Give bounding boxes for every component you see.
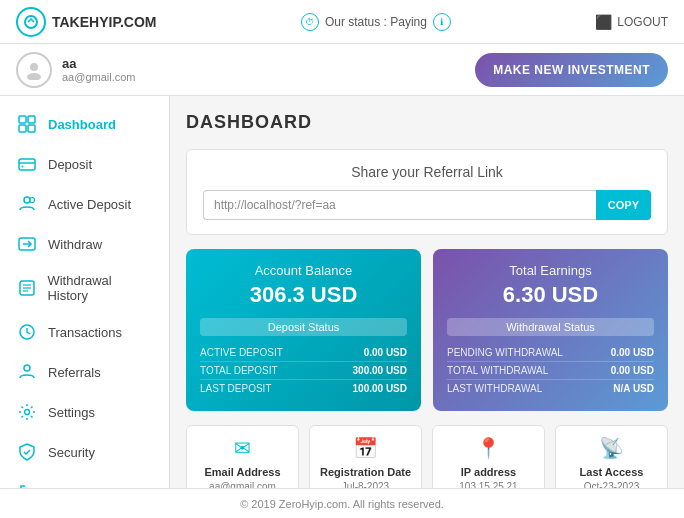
svg-rect-5 <box>19 125 26 132</box>
registration-label: Registration Date <box>318 466 413 478</box>
referral-input-row: COPY <box>203 190 651 220</box>
registration-card: 📅 Registration Date Jul-8-2023 <box>309 425 422 488</box>
calendar-icon: 📅 <box>318 436 413 460</box>
settings-icon <box>16 401 38 423</box>
stats-row: Account Balance 306.3 USD Deposit Status… <box>186 249 668 411</box>
last-access-label: Last Access <box>564 466 659 478</box>
user-name: aa <box>62 56 136 71</box>
pending-withdrawal-value: 0.00 USD <box>611 347 654 358</box>
user-info: aa aa@gmail.com <box>16 52 136 88</box>
logo-text: TAKEHYIP.COM <box>52 14 157 30</box>
withdrawal-history-icon <box>16 277 37 299</box>
last-access-value: Oct-23-2023 01:22:15 PM <box>564 481 659 488</box>
withdrawal-status-label: Withdrawal Status <box>447 318 654 336</box>
pending-withdrawal-label: PENDING WITHDRAWAL <box>447 347 563 358</box>
last-withdrawal-label: LAST WITHDRAWAL <box>447 383 542 394</box>
active-deposit-label: ACTIVE DEPOSIT <box>200 347 283 358</box>
svg-point-1 <box>30 63 38 71</box>
svg-point-2 <box>27 73 41 80</box>
svg-rect-3 <box>19 116 26 123</box>
main-content: DASHBOARD Share your Referral Link COPY … <box>170 96 684 488</box>
sidebar: Dashboard Deposit Active Deposit Withdra… <box>0 96 170 488</box>
svg-rect-4 <box>28 116 35 123</box>
total-withdrawal-row: TOTAL WITHDRAWAL 0.00 USD <box>447 362 654 380</box>
email-icon: ✉ <box>195 436 290 460</box>
sidebar-item-security[interactable]: Security <box>0 432 169 472</box>
clock-icon: ⏱ <box>301 13 319 31</box>
avatar <box>16 52 52 88</box>
active-deposit-icon <box>16 193 38 215</box>
deposit-icon <box>16 153 38 175</box>
referral-box: Share your Referral Link COPY <box>186 149 668 235</box>
sidebar-item-deposit[interactable]: Deposit <box>0 144 169 184</box>
sidebar-label-withdraw: Withdraw <box>48 237 102 252</box>
account-balance-card: Account Balance 306.3 USD Deposit Status… <box>186 249 421 411</box>
total-deposit-label: TOTAL DEPOSIT <box>200 365 278 376</box>
security-icon <box>16 441 38 463</box>
sidebar-item-withdrawal-history[interactable]: Withdrawal History <box>0 264 169 312</box>
sidebar-label-withdrawal-history: Withdrawal History <box>47 273 153 303</box>
copy-button[interactable]: COPY <box>596 190 651 220</box>
svg-point-20 <box>25 410 30 415</box>
sidebar-item-active-deposit[interactable]: Active Deposit <box>0 184 169 224</box>
svg-rect-7 <box>19 159 35 170</box>
logo-icon <box>16 7 46 37</box>
dashboard-icon <box>16 113 38 135</box>
status-bar: ⏱ Our status : Paying ℹ <box>301 13 451 31</box>
referrals-icon <box>16 361 38 383</box>
make-new-investment-button[interactable]: MAKE NEW INVESTMENT <box>475 53 668 87</box>
info-cards-row: ✉ Email Address aa@gmail.com 📅 Registrat… <box>186 425 668 488</box>
withdraw-icon <box>16 233 38 255</box>
sidebar-item-settings[interactable]: Settings <box>0 392 169 432</box>
sidebar-label-active-deposit: Active Deposit <box>48 197 131 212</box>
sidebar-item-logout[interactable]: Logout <box>0 472 169 488</box>
email-label: Email Address <box>195 466 290 478</box>
active-deposit-row: ACTIVE DEPOSIT 0.00 USD <box>200 344 407 362</box>
user-email: aa@gmail.com <box>62 71 136 83</box>
total-withdrawal-label: TOTAL WITHDRAWAL <box>447 365 548 376</box>
logo: TAKEHYIP.COM <box>16 7 157 37</box>
ip-label: IP address <box>441 466 536 478</box>
total-deposit-row: TOTAL DEPOSIT 300.00 USD <box>200 362 407 380</box>
last-access-card: 📡 Last Access Oct-23-2023 01:22:15 PM <box>555 425 668 488</box>
account-balance-label: Account Balance <box>200 263 407 278</box>
svg-point-19 <box>24 365 30 371</box>
logout-icon: ⬛ <box>595 14 612 30</box>
sidebar-item-withdraw[interactable]: Withdraw <box>0 224 169 264</box>
header: TAKEHYIP.COM ⏱ Our status : Paying ℹ ⬛ L… <box>0 0 684 44</box>
last-deposit-label: LAST DEPOSIT <box>200 383 272 394</box>
last-deposit-row: LAST DEPOSIT 100.00 USD <box>200 380 407 397</box>
sidebar-label-deposit: Deposit <box>48 157 92 172</box>
pending-withdrawal-row: PENDING WITHDRAWAL 0.00 USD <box>447 344 654 362</box>
logout-button[interactable]: ⬛ LOGOUT <box>595 14 668 30</box>
sidebar-logout-icon <box>16 481 38 488</box>
sidebar-label-referrals: Referrals <box>48 365 101 380</box>
total-deposit-value: 300.00 USD <box>353 365 407 376</box>
referral-link-input[interactable] <box>203 190 596 220</box>
deposit-status-label: Deposit Status <box>200 318 407 336</box>
sidebar-item-referrals[interactable]: Referrals <box>0 352 169 392</box>
last-withdrawal-row: LAST WITHDRAWAL N/A USD <box>447 380 654 397</box>
sidebar-label-dashboard: Dashboard <box>48 117 116 132</box>
sidebar-label-security: Security <box>48 445 95 460</box>
page-title: DASHBOARD <box>186 112 668 133</box>
total-earnings-value: 6.30 USD <box>447 282 654 308</box>
email-value: aa@gmail.com <box>195 481 290 488</box>
registration-value: Jul-8-2023 <box>318 481 413 488</box>
total-withdrawal-value: 0.00 USD <box>611 365 654 376</box>
transactions-icon <box>16 321 38 343</box>
svg-rect-6 <box>28 125 35 132</box>
email-card: ✉ Email Address aa@gmail.com <box>186 425 299 488</box>
sidebar-item-transactions[interactable]: Transactions <box>0 312 169 352</box>
ip-value: 103.15.25.21 <box>441 481 536 488</box>
sidebar-item-dashboard[interactable]: Dashboard <box>0 104 169 144</box>
location-icon: 📍 <box>441 436 536 460</box>
referral-title: Share your Referral Link <box>203 164 651 180</box>
account-balance-value: 306.3 USD <box>200 282 407 308</box>
footer-text: © 2019 ZeroHyip.com. All rights reserved… <box>240 498 444 510</box>
last-withdrawal-value: N/A USD <box>613 383 654 394</box>
sidebar-label-logout: Logout <box>48 485 88 489</box>
status-text: Our status : Paying <box>325 15 427 29</box>
last-deposit-value: 100.00 USD <box>353 383 407 394</box>
total-earnings-label: Total Earnings <box>447 263 654 278</box>
